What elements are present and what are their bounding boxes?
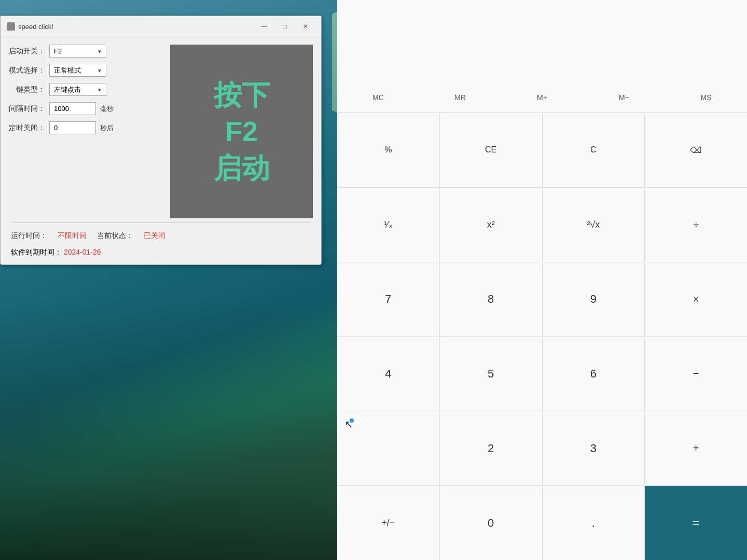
square-button[interactable]: x²	[440, 188, 542, 262]
cursor-indicator: ↖	[344, 417, 353, 431]
interval-label: 间隔时间：	[9, 104, 45, 114]
memory-recall-button[interactable]: MR	[419, 85, 501, 110]
status-row: 运行时间： 不限时间 当前状态： 已关闭	[1, 227, 321, 245]
mode-select[interactable]: 正常模式	[49, 64, 106, 77]
seven-button[interactable]: 7	[337, 262, 439, 337]
decimal-button[interactable]: .	[543, 486, 645, 560]
preview-line3: 启动	[214, 152, 270, 184]
form-section: 启动开关： F2 模式选择： 正常模式 键类型：	[9, 45, 162, 218]
negate-button[interactable]: +/−	[337, 486, 439, 560]
hotkey-select-wrapper[interactable]: F2	[49, 45, 106, 58]
expiry-row: 软件到期时间： 2024-01-26	[1, 245, 321, 264]
window-title-area: speed click!	[7, 22, 53, 31]
add-button[interactable]: +	[645, 411, 747, 485]
sqrt-button[interactable]: ²√x	[543, 188, 645, 262]
memory-clear-button[interactable]: MC	[337, 85, 419, 110]
separator	[11, 222, 311, 223]
run-time-label: 运行时间：	[11, 231, 47, 241]
window-controls: — □ ✕	[255, 20, 315, 33]
memory-add-button[interactable]: M+	[501, 85, 583, 110]
memory-subtract-button[interactable]: M−	[583, 85, 665, 110]
app-icon	[7, 22, 15, 31]
six-button[interactable]: 6	[543, 337, 645, 411]
interval-unit: 毫秒	[100, 104, 114, 114]
ce-button[interactable]: CE	[440, 113, 542, 187]
interval-input[interactable]: 1000	[49, 102, 96, 115]
equals-button[interactable]: =	[645, 486, 747, 560]
hotkey-label: 启动开关：	[9, 47, 45, 56]
preview-line1: 按下	[214, 79, 270, 110]
window-titlebar: speed click! — □ ✕	[1, 16, 321, 37]
key-type-select[interactable]: 左键点击	[49, 83, 106, 96]
mode-label: 模式选择：	[9, 66, 45, 75]
window-title-text: speed click!	[18, 23, 53, 31]
status-label: 当前状态：	[97, 231, 133, 241]
mode-row: 模式选择： 正常模式	[9, 64, 162, 77]
key-type-label: 键类型：	[9, 85, 45, 94]
background-bridge	[0, 301, 342, 560]
hotkey-row: 启动开关： F2	[9, 45, 162, 58]
expiry-value: 2024-01-26	[64, 248, 101, 256]
one-button[interactable]: ↖	[337, 411, 439, 485]
preview-box: 按下 F2 启动	[170, 45, 313, 218]
three-button[interactable]: 3	[543, 411, 645, 485]
auto-close-row: 定时关闭： 0 秒后	[9, 121, 162, 134]
calculator-grid: % CE C ⌫ ¹⁄ₓ x² ²√x ÷ 7 8 9 × 4 5 6 − ↖ …	[337, 113, 747, 560]
two-button[interactable]: 2	[440, 411, 542, 485]
subtract-button[interactable]: −	[645, 337, 747, 411]
eight-button[interactable]: 8	[440, 262, 542, 337]
memory-store-button[interactable]: MS	[665, 85, 747, 110]
run-time-value: 不限时间	[58, 231, 87, 241]
backspace-button[interactable]: ⌫	[645, 113, 747, 187]
key-type-select-wrapper[interactable]: 左键点击	[49, 83, 106, 96]
minimize-button[interactable]: —	[255, 20, 273, 33]
percent-button[interactable]: %	[337, 113, 439, 187]
four-button[interactable]: 4	[337, 337, 439, 411]
auto-close-label: 定时关闭：	[9, 123, 45, 133]
maximize-button[interactable]: □	[275, 20, 294, 33]
calculator: MC MR M+ M− MS % CE C ⌫ ¹⁄ₓ x² ²√x ÷ 7 8…	[337, 0, 747, 560]
multiply-button[interactable]: ×	[645, 262, 747, 337]
divide-button[interactable]: ÷	[645, 188, 747, 262]
preview-text: 按下 F2 启动	[214, 77, 270, 186]
auto-close-input[interactable]: 0	[49, 121, 96, 134]
nine-button[interactable]: 9	[543, 262, 645, 337]
close-button[interactable]: ✕	[296, 20, 315, 33]
auto-close-unit: 秒后	[100, 123, 114, 133]
key-type-row: 键类型： 左键点击	[9, 83, 162, 96]
reciprocal-button[interactable]: ¹⁄ₓ	[337, 188, 439, 262]
memory-row: MC MR M+ M− MS	[337, 83, 747, 113]
interval-row: 间隔时间： 1000 毫秒	[9, 102, 162, 115]
expiry-label: 软件到期时间：	[11, 248, 62, 256]
mode-select-wrapper[interactable]: 正常模式	[49, 64, 106, 77]
zero-button[interactable]: 0	[440, 486, 542, 560]
status-value: 已关闭	[144, 231, 165, 241]
speed-click-window: speed click! — □ ✕ 启动开关： F2 模式选择：	[0, 16, 322, 265]
five-button[interactable]: 5	[440, 337, 542, 411]
hotkey-select[interactable]: F2	[49, 45, 106, 58]
clear-button[interactable]: C	[543, 113, 645, 187]
preview-line2: F2	[225, 116, 258, 147]
